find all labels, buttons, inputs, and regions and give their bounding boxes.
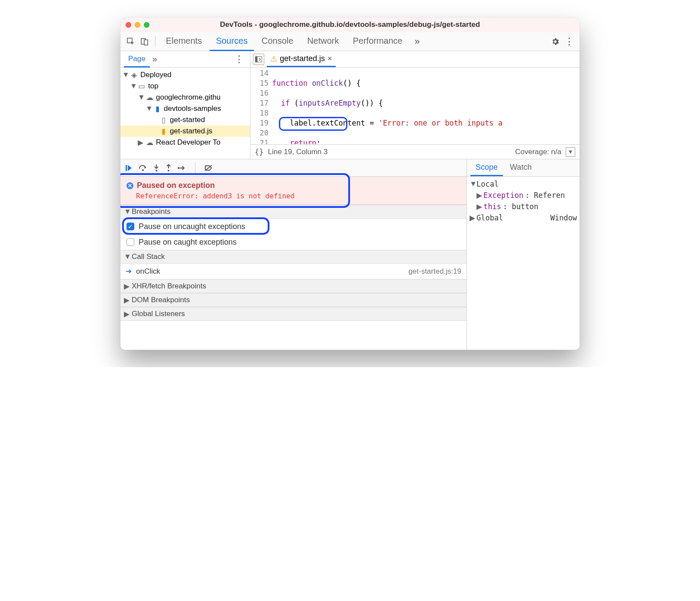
cube-icon: ◈ [130,71,138,80]
pause-caught-label: Pause on caught exceptions [139,238,237,247]
separator [195,162,195,174]
svg-rect-4 [256,56,258,62]
debugger-panels: ✕ Paused on exception ReferenceError: ad… [120,159,580,350]
section-listeners[interactable]: ▶Global Listeners [120,307,467,321]
checkbox-uncaught[interactable]: ✓ [126,223,134,230]
document-icon: ▯ [159,116,167,125]
pause-uncaught-row[interactable]: ✓ Pause on uncaught exceptions [120,219,467,234]
tree-file-js[interactable]: ▮get-started.js [120,126,250,137]
close-tab-icon[interactable]: × [327,54,332,63]
tabs-overflow-button[interactable]: » [410,36,424,47]
inspect-element-icon[interactable] [125,36,137,48]
titlebar: DevTools - googlechrome.github.io/devtoo… [120,17,580,32]
tree-folder[interactable]: ▼▮devtools-samples [120,103,250,114]
pause-banner: ✕ Paused on exception ReferenceError: ad… [120,177,467,205]
toggle-navigator-icon[interactable] [253,54,264,65]
debugger-right-pane: Scope Watch ▼Local ▶Exception: Referen ▶… [467,159,580,350]
tree-origin[interactable]: ▼☁googlechrome.githu [120,92,250,103]
editor-statusbar: {} Line 19, Column 3 Coverage: n/a ▼ [250,144,580,159]
tab-network[interactable]: Network [301,32,345,51]
tab-watch[interactable]: Watch [505,159,537,176]
frame-icon: ▭ [138,82,146,91]
pretty-print-icon[interactable]: {} [255,148,263,156]
window-controls [126,22,149,28]
pause-error-message: ReferenceError: addend3 is not defined [136,192,460,200]
svg-point-9 [178,167,179,169]
line-gutter: 1415161718192021 [250,68,272,144]
tab-console[interactable]: Console [256,32,299,51]
step-over-button[interactable] [139,165,147,171]
section-xhr[interactable]: ▶XHR/fetch Breakpoints [120,279,467,293]
step-into-button[interactable] [153,164,159,172]
step-out-button[interactable] [165,164,172,172]
devtools-window: DevTools - googlechrome.github.io/devtoo… [120,17,580,350]
scope-exception[interactable]: ▶Exception: Referen [467,190,580,201]
tree-react-ext[interactable]: ▶☁React Developer To [120,137,250,148]
pause-caught-row[interactable]: Pause on caught exceptions [120,234,467,250]
editor-tab-label: get-started.js [280,54,325,63]
debugger-toolbar [120,159,467,177]
navigator-tabs-overflow[interactable]: » [152,54,157,64]
scope-local[interactable]: ▼Local [467,178,580,190]
svg-point-8 [168,170,169,171]
editor-pane: ⚠ get-started.js × 1415161718192021 func… [250,51,580,159]
svg-point-7 [156,170,157,171]
tree-file-html[interactable]: ▯get-started [120,114,250,126]
resume-button[interactable] [125,164,133,172]
separator [155,36,156,47]
folder-icon: ▮ [153,104,161,113]
navigator-tab-page[interactable]: Page [124,51,150,68]
device-toolbar-icon[interactable] [139,36,151,48]
zoom-window-button[interactable] [144,22,149,28]
svg-point-6 [142,169,144,171]
checkbox-caught[interactable] [126,238,134,246]
tab-scope[interactable]: Scope [470,159,503,176]
window-title: DevTools - googlechrome.github.io/devtoo… [120,20,580,29]
close-window-button[interactable] [126,22,131,28]
file-tree: ▼◈Deployed ▼▭top ▼☁googlechrome.githu ▼▮… [120,68,250,159]
tab-performance[interactable]: Performance [347,32,409,51]
svg-rect-5 [126,165,127,171]
editor-tabbar: ⚠ get-started.js × [250,51,580,68]
section-callstack[interactable]: ▼Call Stack [120,250,467,264]
more-options-kebab-icon[interactable]: ⋮ [563,36,575,48]
code-content: function onClick() { if (inputsAreEmpty(… [272,68,580,144]
coverage-status: Coverage: n/a [515,148,561,156]
info-icon: ✕ [126,182,133,189]
settings-gear-icon[interactable] [549,36,561,48]
js-file-icon: ▮ [159,127,167,136]
scope-watch-tabs: Scope Watch [467,159,580,177]
scope-global[interactable]: ▶GlobalWindow [467,212,580,223]
tab-sources[interactable]: Sources [210,32,253,51]
navigator-tabs: Page » ⋮ [120,51,250,68]
code-editor[interactable]: 1415161718192021 function onClick() { if… [250,68,580,144]
navigator-pane: Page » ⋮ ▼◈Deployed ▼▭top ▼☁googlechrome… [120,51,250,159]
step-button[interactable] [178,165,186,171]
section-breakpoints[interactable]: ▼Breakpoints [120,205,467,219]
navigator-more-icon[interactable]: ⋮ [232,54,246,65]
minimize-window-button[interactable] [135,22,140,28]
callstack-frame[interactable]: ➔ onClick get-started.js:19 [120,264,467,279]
section-dom[interactable]: ▶DOM Breakpoints [120,293,467,307]
svg-rect-2 [144,40,148,45]
warning-icon: ⚠ [270,54,277,64]
coverage-toggle-icon[interactable]: ▼ [566,147,575,157]
main-toolbar: Elements Sources Console Network Perform… [120,32,580,51]
annotation-pause-box [120,173,350,208]
scope-this[interactable]: ▶this: button [467,201,580,212]
tree-deployed[interactable]: ▼◈Deployed [120,69,250,81]
tree-top[interactable]: ▼▭top [120,81,250,92]
pause-uncaught-label: Pause on uncaught exceptions [139,222,245,231]
deactivate-breakpoints-button[interactable] [204,165,213,171]
current-frame-icon: ➔ [126,267,132,276]
cloud-icon: ☁ [146,138,153,147]
frame-location: get-started.js:19 [408,267,461,276]
pause-title: Paused on exception [137,181,215,190]
tab-elements[interactable]: Elements [160,32,208,51]
editor-tab-active[interactable]: ⚠ get-started.js × [267,52,336,67]
sources-body: Page » ⋮ ▼◈Deployed ▼▭top ▼☁googlechrome… [120,51,580,159]
frame-name: onClick [136,267,160,276]
scope-tree: ▼Local ▶Exception: Referen ▶this: button… [467,177,580,225]
cloud-icon: ☁ [146,93,153,102]
debugger-left-pane: ✕ Paused on exception ReferenceError: ad… [120,159,467,350]
